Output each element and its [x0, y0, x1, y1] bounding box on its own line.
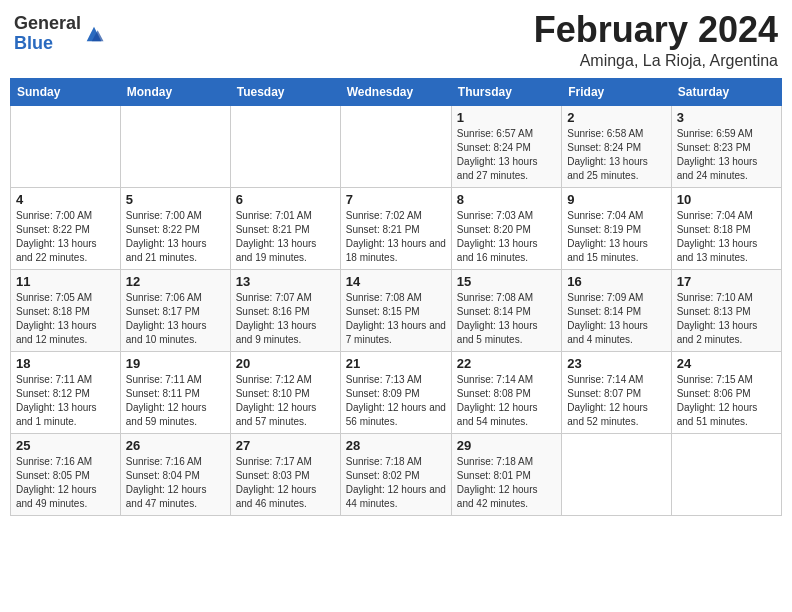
calendar-cell [340, 105, 451, 187]
day-number: 17 [677, 274, 776, 289]
day-number: 7 [346, 192, 446, 207]
day-info: Sunrise: 7:02 AM Sunset: 8:21 PM Dayligh… [346, 209, 446, 265]
day-number: 2 [567, 110, 665, 125]
calendar-cell: 28Sunrise: 7:18 AM Sunset: 8:02 PM Dayli… [340, 433, 451, 515]
calendar-cell [671, 433, 781, 515]
day-number: 14 [346, 274, 446, 289]
calendar-cell: 13Sunrise: 7:07 AM Sunset: 8:16 PM Dayli… [230, 269, 340, 351]
day-info: Sunrise: 7:15 AM Sunset: 8:06 PM Dayligh… [677, 373, 776, 429]
calendar-cell: 16Sunrise: 7:09 AM Sunset: 8:14 PM Dayli… [562, 269, 671, 351]
day-header-friday: Friday [562, 78, 671, 105]
day-info: Sunrise: 7:16 AM Sunset: 8:05 PM Dayligh… [16, 455, 115, 511]
day-number: 3 [677, 110, 776, 125]
week-row-2: 4Sunrise: 7:00 AM Sunset: 8:22 PM Daylig… [11, 187, 782, 269]
calendar-cell [120, 105, 230, 187]
day-info: Sunrise: 7:08 AM Sunset: 8:14 PM Dayligh… [457, 291, 556, 347]
calendar-cell: 17Sunrise: 7:10 AM Sunset: 8:13 PM Dayli… [671, 269, 781, 351]
day-info: Sunrise: 7:08 AM Sunset: 8:15 PM Dayligh… [346, 291, 446, 347]
calendar-cell: 15Sunrise: 7:08 AM Sunset: 8:14 PM Dayli… [451, 269, 561, 351]
day-info: Sunrise: 7:04 AM Sunset: 8:18 PM Dayligh… [677, 209, 776, 265]
day-info: Sunrise: 7:17 AM Sunset: 8:03 PM Dayligh… [236, 455, 335, 511]
day-info: Sunrise: 7:05 AM Sunset: 8:18 PM Dayligh… [16, 291, 115, 347]
calendar-cell: 25Sunrise: 7:16 AM Sunset: 8:05 PM Dayli… [11, 433, 121, 515]
day-info: Sunrise: 7:04 AM Sunset: 8:19 PM Dayligh… [567, 209, 665, 265]
title-area: February 2024 Aminga, La Rioja, Argentin… [534, 10, 778, 70]
logo: General Blue [14, 14, 105, 54]
calendar-cell: 3Sunrise: 6:59 AM Sunset: 8:23 PM Daylig… [671, 105, 781, 187]
month-year-title: February 2024 [534, 10, 778, 50]
day-info: Sunrise: 7:13 AM Sunset: 8:09 PM Dayligh… [346, 373, 446, 429]
day-number: 22 [457, 356, 556, 371]
calendar-cell: 24Sunrise: 7:15 AM Sunset: 8:06 PM Dayli… [671, 351, 781, 433]
calendar-cell: 9Sunrise: 7:04 AM Sunset: 8:19 PM Daylig… [562, 187, 671, 269]
calendar-cell: 22Sunrise: 7:14 AM Sunset: 8:08 PM Dayli… [451, 351, 561, 433]
day-number: 29 [457, 438, 556, 453]
day-number: 19 [126, 356, 225, 371]
day-info: Sunrise: 7:18 AM Sunset: 8:02 PM Dayligh… [346, 455, 446, 511]
day-number: 9 [567, 192, 665, 207]
day-number: 16 [567, 274, 665, 289]
day-header-sunday: Sunday [11, 78, 121, 105]
calendar-cell: 11Sunrise: 7:05 AM Sunset: 8:18 PM Dayli… [11, 269, 121, 351]
day-info: Sunrise: 7:14 AM Sunset: 8:08 PM Dayligh… [457, 373, 556, 429]
calendar-cell: 4Sunrise: 7:00 AM Sunset: 8:22 PM Daylig… [11, 187, 121, 269]
day-header-thursday: Thursday [451, 78, 561, 105]
logo-icon [83, 23, 105, 45]
logo-blue-text: Blue [14, 34, 81, 54]
day-info: Sunrise: 7:16 AM Sunset: 8:04 PM Dayligh… [126, 455, 225, 511]
logo-general-text: General [14, 14, 81, 34]
day-number: 28 [346, 438, 446, 453]
day-number: 15 [457, 274, 556, 289]
calendar-cell: 23Sunrise: 7:14 AM Sunset: 8:07 PM Dayli… [562, 351, 671, 433]
day-info: Sunrise: 7:00 AM Sunset: 8:22 PM Dayligh… [16, 209, 115, 265]
calendar-cell: 21Sunrise: 7:13 AM Sunset: 8:09 PM Dayli… [340, 351, 451, 433]
calendar-cell: 1Sunrise: 6:57 AM Sunset: 8:24 PM Daylig… [451, 105, 561, 187]
calendar-cell: 5Sunrise: 7:00 AM Sunset: 8:22 PM Daylig… [120, 187, 230, 269]
day-number: 13 [236, 274, 335, 289]
day-number: 5 [126, 192, 225, 207]
calendar-cell: 26Sunrise: 7:16 AM Sunset: 8:04 PM Dayli… [120, 433, 230, 515]
day-number: 11 [16, 274, 115, 289]
header: General Blue February 2024 Aminga, La Ri… [10, 10, 782, 70]
day-number: 21 [346, 356, 446, 371]
day-number: 1 [457, 110, 556, 125]
week-row-4: 18Sunrise: 7:11 AM Sunset: 8:12 PM Dayli… [11, 351, 782, 433]
week-row-1: 1Sunrise: 6:57 AM Sunset: 8:24 PM Daylig… [11, 105, 782, 187]
day-number: 23 [567, 356, 665, 371]
calendar-cell: 7Sunrise: 7:02 AM Sunset: 8:21 PM Daylig… [340, 187, 451, 269]
day-info: Sunrise: 7:07 AM Sunset: 8:16 PM Dayligh… [236, 291, 335, 347]
day-header-saturday: Saturday [671, 78, 781, 105]
days-header-row: SundayMondayTuesdayWednesdayThursdayFrid… [11, 78, 782, 105]
calendar-cell: 2Sunrise: 6:58 AM Sunset: 8:24 PM Daylig… [562, 105, 671, 187]
calendar-cell: 27Sunrise: 7:17 AM Sunset: 8:03 PM Dayli… [230, 433, 340, 515]
week-row-5: 25Sunrise: 7:16 AM Sunset: 8:05 PM Dayli… [11, 433, 782, 515]
day-header-tuesday: Tuesday [230, 78, 340, 105]
day-info: Sunrise: 6:58 AM Sunset: 8:24 PM Dayligh… [567, 127, 665, 183]
day-info: Sunrise: 7:11 AM Sunset: 8:11 PM Dayligh… [126, 373, 225, 429]
day-number: 18 [16, 356, 115, 371]
calendar-cell: 12Sunrise: 7:06 AM Sunset: 8:17 PM Dayli… [120, 269, 230, 351]
day-info: Sunrise: 6:59 AM Sunset: 8:23 PM Dayligh… [677, 127, 776, 183]
week-row-3: 11Sunrise: 7:05 AM Sunset: 8:18 PM Dayli… [11, 269, 782, 351]
day-info: Sunrise: 7:00 AM Sunset: 8:22 PM Dayligh… [126, 209, 225, 265]
day-number: 26 [126, 438, 225, 453]
day-info: Sunrise: 7:18 AM Sunset: 8:01 PM Dayligh… [457, 455, 556, 511]
calendar-cell [11, 105, 121, 187]
day-info: Sunrise: 7:06 AM Sunset: 8:17 PM Dayligh… [126, 291, 225, 347]
day-info: Sunrise: 7:10 AM Sunset: 8:13 PM Dayligh… [677, 291, 776, 347]
calendar-cell: 19Sunrise: 7:11 AM Sunset: 8:11 PM Dayli… [120, 351, 230, 433]
day-info: Sunrise: 7:09 AM Sunset: 8:14 PM Dayligh… [567, 291, 665, 347]
day-info: Sunrise: 7:01 AM Sunset: 8:21 PM Dayligh… [236, 209, 335, 265]
day-info: Sunrise: 6:57 AM Sunset: 8:24 PM Dayligh… [457, 127, 556, 183]
day-number: 25 [16, 438, 115, 453]
day-info: Sunrise: 7:14 AM Sunset: 8:07 PM Dayligh… [567, 373, 665, 429]
day-number: 24 [677, 356, 776, 371]
day-info: Sunrise: 7:11 AM Sunset: 8:12 PM Dayligh… [16, 373, 115, 429]
calendar-cell: 8Sunrise: 7:03 AM Sunset: 8:20 PM Daylig… [451, 187, 561, 269]
calendar-cell: 18Sunrise: 7:11 AM Sunset: 8:12 PM Dayli… [11, 351, 121, 433]
calendar-cell [562, 433, 671, 515]
calendar-cell: 14Sunrise: 7:08 AM Sunset: 8:15 PM Dayli… [340, 269, 451, 351]
day-header-wednesday: Wednesday [340, 78, 451, 105]
day-header-monday: Monday [120, 78, 230, 105]
day-number: 27 [236, 438, 335, 453]
